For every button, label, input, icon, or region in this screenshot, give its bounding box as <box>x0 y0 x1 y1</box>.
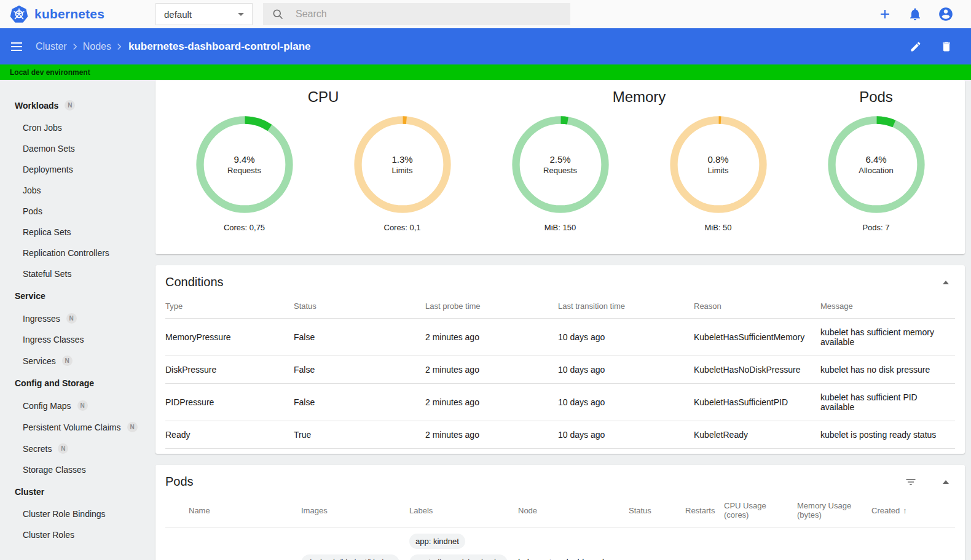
sidebar-item-persistent-volume-claims[interactable]: Persistent Volume ClaimsN <box>0 416 151 438</box>
sidebar-item-cluster-roles[interactable]: Cluster Roles <box>0 524 151 545</box>
table-cell: 10 days ago <box>558 356 694 384</box>
table-cell: 2 minutes ago <box>425 384 558 421</box>
search-icon <box>272 8 285 21</box>
table-cell: KubeletReady <box>694 421 820 449</box>
column-header-images[interactable]: Images <box>301 494 409 527</box>
column-header-last-transition-time: Last transition time <box>558 294 694 319</box>
sidebar-item-replica-sets[interactable]: Replica Sets <box>0 222 151 243</box>
allocation-group-memory: Memory2.5%RequestsMiB: 1500.8%LimitsMiB:… <box>481 87 797 232</box>
column-header-status[interactable]: Status <box>629 494 685 527</box>
sidebar-section-service[interactable]: Service <box>0 284 151 308</box>
conditions-table: TypeStatusLast probe timeLast transition… <box>165 294 955 449</box>
table-cell: Ready <box>165 421 294 449</box>
sidebar-item-ingress-classes[interactable]: Ingress Classes <box>0 329 151 350</box>
sidebar-item-jobs[interactable]: Jobs <box>0 180 151 201</box>
topbar-actions <box>878 6 971 22</box>
table-cell: docker.io/kindest/kindnetd:v20230511-dc7… <box>301 527 409 560</box>
column-header-memory-usage-bytes[interactable]: Memory Usage (bytes) <box>797 494 871 527</box>
image-chip-stack: docker.io/kindest/kindnetd:v20230511-dc7… <box>301 554 402 560</box>
donut-chart: 6.4%Allocation <box>826 114 927 215</box>
sidebar-item-label: Stateful Sets <box>23 269 71 279</box>
account-circle-icon <box>938 6 954 22</box>
allocation-group-title: CPU <box>165 88 481 106</box>
table-cell: 2 minutes ago <box>425 421 558 449</box>
gauge-memory-limits: 0.8%LimitsMiB: 50 <box>668 114 769 232</box>
sort-ascending-icon: ↑ <box>903 506 907 515</box>
column-header-name[interactable]: Name <box>189 494 301 527</box>
filter-button[interactable] <box>905 476 917 488</box>
sidebar-item-replication-controllers[interactable]: Replication Controllers <box>0 243 151 263</box>
search-bar[interactable] <box>263 3 570 25</box>
sidebar-item-cron-jobs[interactable]: Cron Jobs <box>0 117 151 138</box>
sidebar-item-label: Config Maps <box>23 401 71 411</box>
gauge-label: Limits <box>708 166 729 175</box>
sidebar-item-label: Daemon Sets <box>23 144 75 154</box>
delete-button[interactable] <box>940 41 953 53</box>
account-button[interactable] <box>938 6 954 22</box>
sidebar-item-label: Cron Jobs <box>23 123 62 133</box>
collapse-icon[interactable] <box>943 281 949 284</box>
kubernetes-wheel-icon <box>10 5 28 23</box>
namespace-value: default <box>164 9 192 20</box>
breadcrumb-link-nodes[interactable]: Nodes <box>83 41 111 52</box>
sidebar-section-label: Config and Storage <box>15 378 94 388</box>
column-header-cpu-usage-cores[interactable]: CPU Usage (cores) <box>724 494 797 527</box>
sidebar-item-label: Ingresses <box>23 314 60 324</box>
sidebar-item-cluster-role-bindings[interactable]: Cluster Role Bindings <box>0 504 151 524</box>
resource-actions <box>910 41 960 53</box>
gauge-label: Allocation <box>859 166 893 175</box>
sidebar-item-daemon-sets[interactable]: Daemon Sets <box>0 138 151 159</box>
column-header-labels[interactable]: Labels <box>409 494 518 527</box>
sidebar-item-config-maps[interactable]: Config MapsN <box>0 395 151 416</box>
table-cell: app: kindnetcontroller-revision-hash: 58… <box>409 527 518 560</box>
pod-status-cell: Running <box>629 527 685 560</box>
allocation-group-title: Memory <box>481 88 797 106</box>
sidebar-item-services[interactable]: ServicesN <box>0 350 151 371</box>
column-header-restarts[interactable]: Restarts <box>685 494 724 527</box>
sidebar-item-label: Jobs <box>23 185 41 195</box>
column-header-node[interactable]: Node <box>518 494 629 527</box>
gauge-row: 6.4%AllocationPods: 7 <box>797 114 955 232</box>
sidebar-item-label: Services <box>23 356 56 366</box>
sidebar-item-label: Persistent Volume Claims <box>23 422 121 432</box>
sidebar-item-label: Ingress Classes <box>23 335 84 344</box>
gauge-center-labels: 6.4%Allocation <box>826 114 927 215</box>
sidebar-item-ingresses[interactable]: IngressesN <box>0 308 151 329</box>
notifications-button[interactable] <box>908 7 922 21</box>
sidebar-item-pods[interactable]: Pods <box>0 201 151 222</box>
search-input[interactable] <box>294 8 562 20</box>
sidebar-section-workloads[interactable]: WorkloadsN <box>0 93 151 117</box>
chevron-down-icon <box>238 13 244 16</box>
sidebar-item-deployments[interactable]: Deployments <box>0 159 151 180</box>
create-resource-button[interactable] <box>878 7 892 21</box>
sidebar-section-label: Cluster <box>15 487 44 497</box>
pencil-icon <box>910 41 922 53</box>
pods-table: NameImagesLabelsNodeStatusRestartsCPU Us… <box>165 494 955 560</box>
kubernetes-logo[interactable]: kubernetes <box>0 5 155 23</box>
chevron-right-icon <box>69 41 81 52</box>
allocation-group-title: Pods <box>797 88 955 106</box>
breadcrumb-current: kubernetes-dashboard-control-plane <box>128 41 311 53</box>
pod-cpu-usage-cell: - <box>724 527 797 560</box>
breadcrumb-link-cluster[interactable]: Cluster <box>36 41 67 52</box>
edit-button[interactable] <box>910 41 922 53</box>
sidebar-item-stateful-sets[interactable]: Stateful Sets <box>0 263 151 284</box>
namespace-selector[interactable]: default <box>155 3 253 25</box>
table-cell: PIDPressure <box>165 384 294 421</box>
column-header-created[interactable]: Created↑ <box>871 494 936 527</box>
sidebar-item-label: Deployments <box>23 165 73 174</box>
sidebar-nav: WorkloadsNCron JobsDaemon SetsDeployment… <box>0 80 151 560</box>
table-cell: KubeletHasNoDiskPressure <box>694 356 820 384</box>
donut-chart: 1.3%Limits <box>352 114 453 215</box>
main-layout: WorkloadsNCron JobsDaemon SetsDeployment… <box>0 80 971 560</box>
gauge-footer: Cores: 0,75 <box>224 223 265 232</box>
sidebar-item-storage-classes[interactable]: Storage Classes <box>0 459 151 480</box>
sidebar-item-secrets[interactable]: SecretsN <box>0 438 151 459</box>
gauge-footer: Pods: 7 <box>862 223 889 232</box>
sidebar-section-cluster[interactable]: Cluster <box>0 480 151 504</box>
collapse-icon[interactable] <box>943 480 949 484</box>
sidebar-section-config-and-storage[interactable]: Config and Storage <box>0 371 151 395</box>
sidebar-section-label: Service <box>15 291 45 301</box>
menu-button[interactable] <box>11 42 22 51</box>
table-cell: 2 minutes ago <box>425 319 558 356</box>
